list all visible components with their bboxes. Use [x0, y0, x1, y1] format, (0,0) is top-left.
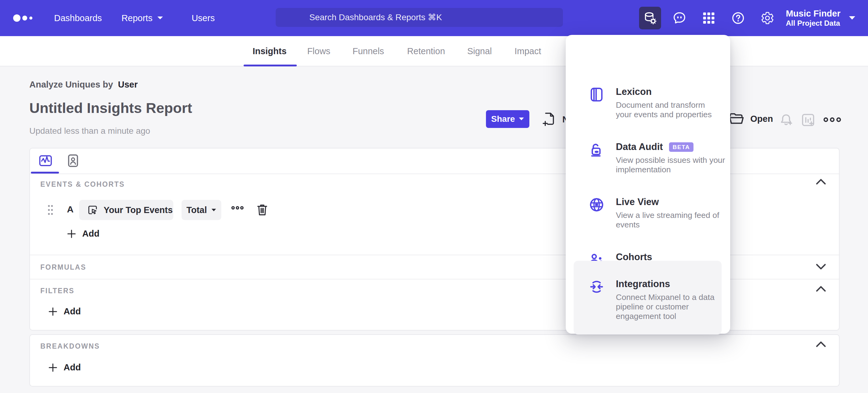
metric-selector[interactable]: Total [182, 200, 221, 220]
menu-item-data-audit[interactable]: Data Audit BETA View possible issues wit… [566, 141, 730, 174]
nav-item-label: Users [192, 13, 215, 23]
settings-button[interactable] [756, 7, 778, 29]
caret-down-icon [519, 117, 524, 121]
event-name: Your Top Events [103, 205, 173, 215]
menu-item-title: Integrations [616, 279, 670, 289]
add-event-button[interactable]: Add [67, 229, 99, 239]
menu-item-title: Lexicon [616, 86, 652, 97]
menu-item-desc: Connect Mixpanel to a data pipeline or c… [616, 292, 717, 321]
tab-flows[interactable]: Flows [307, 36, 331, 66]
navbar-right: Music Finder All Project Data [639, 0, 868, 36]
question-mark-icon [731, 11, 745, 25]
apps-grid-button[interactable] [698, 7, 720, 29]
overflow-menu-icon [824, 116, 841, 123]
more-actions-button[interactable] [824, 116, 841, 124]
tab-insights[interactable]: Insights [252, 36, 286, 66]
nav-item-reports[interactable]: Reports [121, 13, 163, 23]
mixpanel-logo-icon[interactable] [13, 13, 35, 24]
chevron-up-icon [815, 285, 827, 292]
menu-item-integrations[interactable]: Integrations Connect Mixpanel to a data … [574, 261, 722, 335]
bell-plus-icon [779, 113, 794, 127]
profile-card-icon [66, 153, 80, 168]
alert-add-button[interactable] [779, 113, 794, 129]
project-selector[interactable]: Music Finder All Project Data [786, 8, 856, 28]
section-label: EVENTS & COHORTS [40, 180, 125, 189]
add-chart-button[interactable] [801, 113, 815, 129]
report-title[interactable]: Untitled Insights Report [29, 100, 192, 116]
analyze-by-label: Analyze Uniques by [29, 80, 113, 89]
metric-name: Total [186, 205, 207, 215]
menu-item-lexicon[interactable]: Lexicon Document and transform your even… [566, 86, 730, 119]
event-click-icon [87, 204, 98, 216]
top-navbar: Dashboards Reports Users [0, 0, 868, 36]
event-options-button[interactable] [231, 205, 244, 212]
drag-handle[interactable] [47, 203, 54, 218]
menu-item-title: Data Audit [616, 141, 663, 152]
breakdowns-card: BREAKDOWNS Add [29, 334, 840, 387]
metrics-view-tab[interactable] [38, 153, 53, 168]
plus-icon [48, 363, 58, 372]
book-icon [589, 86, 604, 119]
open-label: Open [750, 114, 773, 124]
series-letter: A [67, 204, 74, 215]
collapse-section-button[interactable] [815, 340, 827, 349]
help-button[interactable] [727, 7, 749, 29]
plus-icon [48, 307, 58, 316]
app-screen: Dashboards Reports Users [0, 0, 868, 393]
nav-item-label: Dashboards [54, 13, 102, 23]
profiles-view-tab[interactable] [66, 153, 80, 168]
data-management-button[interactable] [639, 7, 661, 29]
project-scope: All Project Data [786, 19, 840, 28]
tab-funnels[interactable]: Funnels [352, 36, 384, 66]
menu-item-desc: View a live streaming feed of events [616, 210, 723, 229]
section-label: BREAKDOWNS [40, 342, 100, 350]
menu-item-live-view[interactable]: Live View View a live streaming feed of … [566, 196, 730, 229]
sync-icon [589, 279, 604, 321]
updated-timestamp: Updated less than a minute ago [29, 126, 150, 136]
share-label: Share [491, 114, 515, 124]
nav-item-users[interactable]: Users [192, 13, 215, 23]
trash-icon [256, 203, 268, 216]
search-input[interactable] [276, 8, 563, 27]
event-selector[interactable]: Your Top Events [79, 200, 173, 220]
add-label: Add [64, 306, 81, 316]
share-button[interactable]: Share [486, 110, 529, 128]
data-management-menu: Lexicon Document and transform your even… [566, 35, 730, 334]
chart-add-icon [801, 113, 815, 127]
tab-signal[interactable]: Signal [467, 36, 492, 66]
menu-item-desc: Document and transform your events and p… [616, 101, 717, 119]
chevron-down-icon [815, 263, 827, 271]
analyze-by-line: Analyze Uniques byUser [29, 80, 137, 90]
add-breakdown-button[interactable]: Add [48, 362, 81, 372]
folder-open-icon [729, 112, 744, 125]
beta-badge: BETA [669, 142, 693, 152]
nav-item-dashboards[interactable]: Dashboards [54, 13, 102, 23]
gear-icon [761, 11, 774, 25]
menu-item-title: Live View [616, 196, 659, 207]
tab-retention[interactable]: Retention [407, 36, 445, 66]
globe-icon [589, 196, 604, 229]
active-view-underline [31, 172, 59, 173]
collapse-section-button[interactable] [815, 285, 827, 293]
add-filter-button[interactable]: Add [48, 306, 81, 316]
caret-down-icon [157, 16, 163, 20]
file-plus-icon [542, 112, 556, 127]
add-label: Add [64, 362, 81, 372]
caret-down-icon [848, 16, 856, 21]
pulse-chart-icon [38, 153, 53, 168]
tab-impact[interactable]: Impact [515, 36, 541, 66]
chat-bubble-icon [672, 11, 686, 25]
analyze-by-value[interactable]: User [118, 80, 138, 89]
feedback-button[interactable] [669, 7, 690, 29]
section-label: FORMULAS [40, 263, 86, 272]
caret-down-icon [211, 208, 216, 212]
breakdowns-section: BREAKDOWNS Add [30, 335, 839, 386]
overflow-menu-icon [231, 205, 244, 210]
collapse-section-button[interactable] [815, 178, 827, 187]
project-name: Music Finder [786, 8, 840, 19]
delete-event-button[interactable] [256, 203, 268, 218]
add-label: Add [82, 229, 99, 239]
menu-item-desc: View possible issues with your implement… [616, 156, 733, 174]
expand-section-button[interactable] [815, 263, 827, 272]
open-report-button[interactable]: Open [729, 112, 773, 125]
